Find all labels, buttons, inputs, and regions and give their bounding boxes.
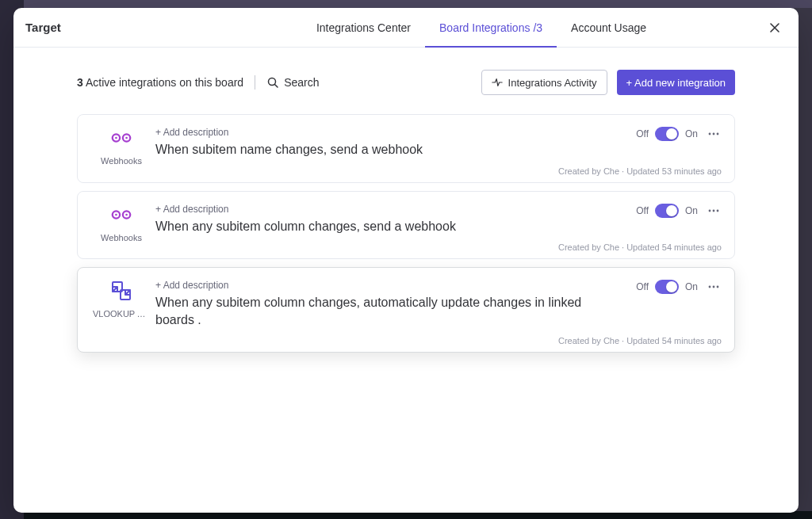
tab-count: 3 (536, 21, 542, 34)
toggle-knob (666, 205, 677, 216)
add-new-integration-button[interactable]: + Add new integration (617, 70, 735, 95)
integration-actions: OffOn (636, 201, 723, 220)
integration-actions: OffOn (636, 277, 723, 296)
activity-icon (492, 77, 503, 88)
backdrop-top (24, 0, 812, 8)
integration-card[interactable]: Webhooks+ Add descriptionWhen any subite… (77, 191, 735, 260)
integration-actions: OffOn (636, 124, 723, 143)
meta-updated: Updated 54 minutes ago (626, 336, 722, 345)
add-description-button[interactable]: + Add description (155, 204, 228, 215)
tab-integrations-center[interactable]: Integrations Center (302, 8, 425, 47)
toggle-off-label: Off (636, 128, 649, 139)
integrations-modal: Target Integrations Center Board Integra… (13, 8, 799, 513)
integration-app-badge: Webhooks (90, 201, 152, 253)
meta-updated: Updated 53 minutes ago (626, 166, 722, 176)
integration-meta: Created by Che·Updated 54 minutes ago (155, 242, 722, 252)
integration-title: When any subitem column changes, send a … (155, 218, 722, 235)
more-icon (707, 204, 721, 218)
count-suffix: Active integrations on this board (83, 76, 243, 89)
svg-point-18 (713, 286, 715, 288)
search-icon (266, 76, 279, 89)
add-description-button[interactable]: + Add description (155, 280, 228, 291)
active-integrations-count: 3 Active integrations on this board (77, 76, 243, 89)
meta-separator: · (622, 336, 624, 345)
svg-point-3 (115, 137, 117, 139)
integration-app-badge: Webhooks (90, 124, 152, 176)
tab-label: Board Integrations (439, 21, 530, 34)
add-description-button[interactable]: + Add description (155, 127, 228, 138)
svg-point-17 (709, 286, 711, 288)
integration-app-name: Webhooks (101, 233, 142, 242)
integration-meta: Created by Che·Updated 53 minutes ago (155, 166, 722, 176)
integration-app-name: Webhooks (101, 156, 142, 166)
button-label: Integrations Activity (508, 77, 597, 89)
svg-point-10 (115, 213, 117, 216)
svg-point-19 (717, 286, 719, 288)
meta-created: Created by Che (558, 336, 619, 345)
svg-point-13 (713, 209, 715, 212)
integration-toggle[interactable] (655, 204, 679, 218)
integration-app-name: VLOOKUP Auto… (93, 309, 150, 319)
svg-point-6 (713, 133, 715, 135)
integration-card[interactable]: Webhooks+ Add descriptionWhen subitem na… (77, 114, 735, 183)
toggle-off-label: Off (636, 281, 649, 292)
integration-list: Webhooks+ Add descriptionWhen subitem na… (77, 114, 735, 353)
svg-point-5 (709, 133, 711, 135)
toggle-on-label: On (685, 205, 698, 216)
tabs: Integrations Center Board Integrations /… (212, 8, 751, 47)
search-label: Search (284, 76, 319, 89)
svg-point-14 (717, 209, 719, 212)
more-icon (707, 127, 721, 141)
toggle-knob (666, 281, 677, 292)
integration-more-button[interactable] (704, 277, 723, 296)
webhooks-icon (109, 126, 133, 150)
integration-title: When any subitem column changes, automat… (155, 294, 722, 328)
integration-app-icon (109, 279, 133, 303)
integration-title: When subitem name changes, send a webhoo… (155, 141, 722, 158)
button-label: + Add new integration (626, 77, 726, 89)
integration-app-badge: VLOOKUP Auto… (90, 277, 152, 345)
vlookup-icon (109, 279, 133, 303)
page-title: Target (13, 8, 212, 47)
modal-header: Target Integrations Center Board Integra… (13, 8, 799, 48)
tab-label: Account Usage (571, 21, 646, 34)
meta-created: Created by Che (558, 242, 619, 252)
webhooks-icon (109, 203, 133, 227)
svg-point-7 (717, 133, 719, 135)
toggle-on-label: On (685, 281, 698, 292)
search-button[interactable]: Search (266, 76, 319, 89)
integration-app-icon (109, 203, 133, 227)
svg-point-12 (709, 209, 711, 212)
divider (255, 75, 255, 90)
integration-more-button[interactable] (704, 201, 723, 220)
tab-board-integrations[interactable]: Board Integrations / 3 (425, 8, 557, 47)
integration-toggle[interactable] (655, 280, 679, 294)
svg-point-11 (125, 213, 128, 216)
integration-card[interactable]: VLOOKUP Auto…+ Add descriptionWhen any s… (77, 267, 735, 353)
count-number: 3 (77, 76, 83, 89)
integrations-activity-button[interactable]: Integrations Activity (481, 70, 607, 95)
tab-account-usage[interactable]: Account Usage (557, 8, 661, 47)
toggle-on-label: On (685, 128, 698, 139)
toggle-off-label: Off (636, 205, 649, 216)
meta-created: Created by Che (558, 166, 619, 176)
modal-body: 3 Active integrations on this board Sear… (13, 48, 799, 513)
integration-toggle[interactable] (655, 127, 679, 141)
close-icon (768, 21, 781, 34)
toggle-knob (666, 128, 677, 139)
meta-separator: · (622, 166, 624, 176)
toolbar: 3 Active integrations on this board Sear… (77, 70, 735, 95)
integration-app-icon (109, 126, 133, 150)
more-icon (707, 280, 721, 294)
integration-more-button[interactable] (704, 124, 723, 143)
meta-separator: · (622, 242, 624, 252)
tab-label: Integrations Center (316, 21, 411, 34)
close-button[interactable] (764, 17, 786, 39)
meta-updated: Updated 54 minutes ago (626, 242, 722, 252)
integration-meta: Created by Che·Updated 54 minutes ago (155, 336, 722, 345)
svg-point-4 (125, 137, 128, 139)
